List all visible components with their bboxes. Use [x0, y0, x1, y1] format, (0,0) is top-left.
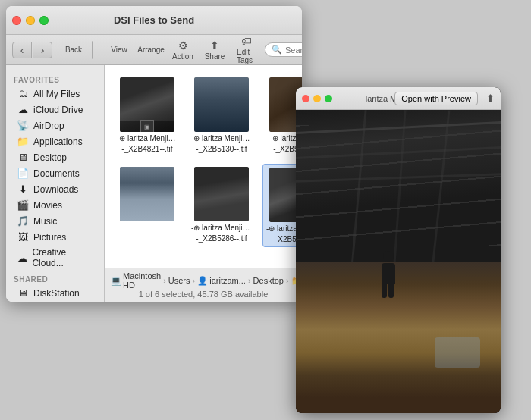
sidebar-item-label: Music	[33, 216, 57, 227]
file-thumbnail	[194, 77, 249, 132]
nav-buttons: ‹ ›	[12, 42, 52, 58]
sidebar-item-label: Applications	[33, 136, 83, 147]
breadcrumb-macintosh-hd[interactable]: 💻 Macintosh HD	[111, 271, 161, 290]
preview-minimize-button[interactable]	[313, 95, 321, 102]
status-text: 1 of 6 selected, 45.78 GB available	[111, 290, 296, 299]
sidebar-item-creative-cloud[interactable]: ☁ Creative Cloud...	[9, 245, 101, 271]
desktop-icon: 🖥	[17, 152, 29, 163]
preview-close-button[interactable]	[302, 95, 309, 102]
breadcrumb-desktop[interactable]: Desktop	[253, 276, 284, 285]
preview-window: laritza Menjiv... Open with Preview ⬆	[296, 87, 501, 413]
search-icon: 🔍	[272, 45, 282, 55]
documents-icon: 📄	[17, 168, 29, 179]
sidebar: Favorites 🗂 All My Files ☁ iCloud Drive …	[6, 65, 105, 302]
sidebar-item-imac1[interactable]: 🖥 iMac 1	[9, 301, 101, 302]
sidebar-item-label: All My Files	[33, 89, 80, 99]
sidebar-item-label: Documents	[33, 168, 80, 179]
preview-traffic-lights	[302, 95, 332, 102]
file-grid: ▣ -⊕ laritza Menjivar -_X2B4821--.tif -⊕…	[105, 65, 302, 268]
back-button[interactable]: ‹	[12, 42, 32, 58]
file-item[interactable]	[114, 164, 181, 247]
sidebar-item-label: AirDrop	[33, 121, 64, 131]
file-thumbnail	[194, 167, 249, 221]
back-label: Back	[60, 44, 87, 55]
breadcrumb: 💻 Macintosh HD › Users › 👤 iaritzam... ›…	[111, 271, 296, 290]
view-buttons: ⊞ ☰ ⫿ ⧉	[92, 41, 93, 59]
preview-photo	[296, 110, 501, 413]
file-name: -⊕ laritza Menjivar	[117, 134, 178, 143]
finder-body: Favorites 🗂 All My Files ☁ iCloud Drive …	[6, 65, 302, 302]
traffic-lights	[12, 16, 49, 25]
airdrop-icon: 📡	[17, 120, 29, 131]
action-action[interactable]: ⚙ Action	[169, 38, 196, 62]
hd-icon: 💻	[111, 276, 121, 286]
preview-share-button[interactable]: ⬆	[486, 92, 495, 104]
status-area: 💻 Macintosh HD › Users › 👤 iaritzam... ›…	[105, 268, 302, 302]
breadcrumb-user[interactable]: 👤 iaritzam...	[197, 276, 246, 286]
window-title: DSI Files to Send	[114, 14, 194, 26]
file-sub: -_X2B5286--.tif	[196, 234, 247, 243]
sidebar-item-label: Pictures	[33, 232, 66, 243]
search-input[interactable]	[285, 45, 302, 55]
sidebar-item-label: DiskStation	[33, 288, 80, 299]
sidebar-item-all-my-files[interactable]: 🗂 All My Files	[9, 86, 101, 102]
file-thumbnail	[120, 167, 174, 221]
sidebar-item-airdrop[interactable]: 📡 AirDrop	[9, 118, 101, 133]
sidebar-item-pictures[interactable]: 🖼 Pictures	[9, 229, 101, 245]
edit-tags-action[interactable]: 🏷 Edit Tags	[233, 33, 260, 66]
view-action[interactable]: View	[105, 44, 133, 55]
sidebar-item-applications[interactable]: 📁 Applications	[9, 133, 101, 149]
finder-toolbar: ‹ › Back ⊞ ☰ ⫿ ⧉ View Arrange ⚙ Action ⬆…	[6, 35, 302, 65]
close-button[interactable]	[12, 16, 21, 25]
minimize-button[interactable]	[26, 16, 35, 25]
forward-button[interactable]: ›	[33, 42, 52, 58]
breadcrumb-users[interactable]: Users	[168, 276, 190, 285]
diskstation-icon: 🖥	[17, 287, 29, 299]
sidebar-item-movies[interactable]: 🎬 Movies	[9, 197, 101, 213]
sidebar-item-label: Movies	[33, 200, 62, 211]
sidebar-item-diskstation[interactable]: 🖥 DiskStation	[9, 285, 101, 301]
sidebar-item-downloads[interactable]: ⬇ Downloads	[9, 181, 101, 197]
applications-icon: 📁	[17, 136, 29, 147]
search-box[interactable]: 🔍	[265, 42, 302, 57]
file-item[interactable]: -⊕ laritza Menjivar -_X2B5130--.tif	[188, 74, 255, 156]
movies-icon: 🎬	[17, 199, 29, 211]
sidebar-item-music[interactable]: 🎵 Music	[9, 213, 101, 229]
all-my-files-icon: 🗂	[17, 88, 29, 99]
shared-label: Shared	[6, 271, 104, 285]
preview-image-area	[296, 110, 501, 413]
sidebar-item-documents[interactable]: 📄 Documents	[9, 165, 101, 181]
finder-window: DSI Files to Send ‹ › Back ⊞ ☰ ⫿ ⧉ View …	[6, 6, 302, 302]
sidebar-item-label: Desktop	[33, 152, 67, 163]
pictures-icon: 🖼	[17, 231, 29, 243]
icon-view-button[interactable]: ⊞	[93, 42, 93, 58]
preview-title-bar: laritza Menjiv... Open with Preview ⬆	[296, 87, 501, 110]
arrange-action[interactable]: Arrange	[137, 44, 165, 55]
file-item[interactable]: -⊕ laritza Menjivar -_X2B5286--.tif	[188, 164, 255, 247]
downloads-icon: ⬇	[17, 183, 29, 195]
creative-cloud-icon: ☁	[17, 252, 27, 264]
share-action[interactable]: ⬆ Share	[201, 38, 228, 62]
open-with-preview-button[interactable]: Open with Preview	[394, 92, 478, 105]
file-name: -⊕ laritza Menjivar	[191, 224, 252, 232]
file-item[interactable]: ▣ -⊕ laritza Menjivar -_X2B4821--.tif	[114, 74, 181, 156]
sidebar-item-label: Creative Cloud...	[32, 247, 93, 268]
file-sub: -_X2B5130--.tif	[196, 145, 247, 153]
preview-maximize-button[interactable]	[325, 95, 332, 102]
sidebar-item-icloud-drive[interactable]: ☁ iCloud Drive	[9, 102, 101, 118]
music-icon: 🎵	[17, 215, 29, 227]
favorites-label: Favorites	[6, 71, 104, 86]
maximize-button[interactable]	[39, 16, 49, 25]
sidebar-item-desktop[interactable]: 🖥 Desktop	[9, 149, 101, 165]
file-sub: -_X2B4821--.tif	[121, 145, 172, 153]
sidebar-item-label: Downloads	[33, 184, 78, 195]
sidebar-item-label: iCloud Drive	[33, 105, 83, 115]
user-icon: 👤	[197, 276, 208, 286]
icloud-icon: ☁	[17, 104, 29, 115]
file-name: -⊕ laritza Menjivar	[191, 134, 252, 143]
finder-title-bar: DSI Files to Send	[6, 6, 302, 35]
file-thumbnail: ▣	[120, 77, 174, 132]
